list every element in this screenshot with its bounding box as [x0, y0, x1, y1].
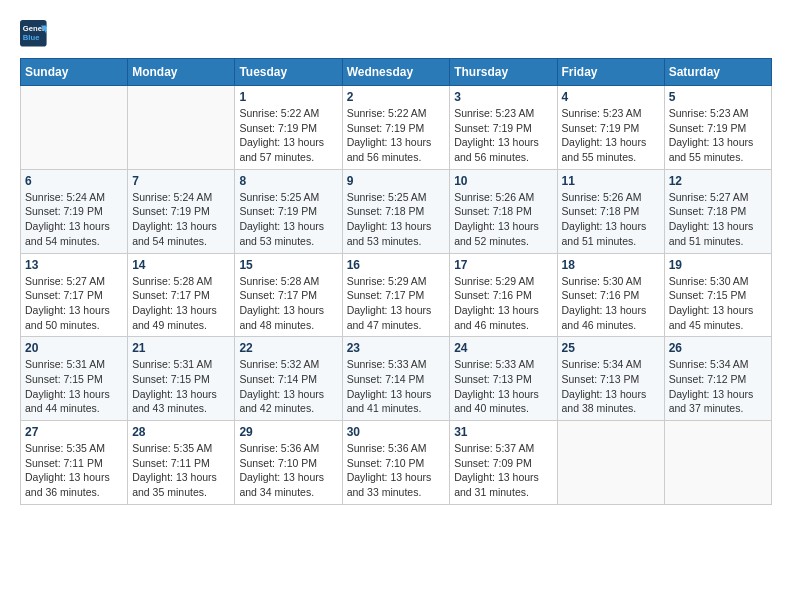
header-friday: Friday — [557, 59, 664, 86]
day-info: Sunrise: 5:22 AM Sunset: 7:19 PM Dayligh… — [347, 106, 446, 165]
day-number: 9 — [347, 174, 446, 188]
week-row-2: 6Sunrise: 5:24 AM Sunset: 7:19 PM Daylig… — [21, 169, 772, 253]
calendar-cell: 19Sunrise: 5:30 AM Sunset: 7:15 PM Dayli… — [664, 253, 771, 337]
calendar-cell — [21, 86, 128, 170]
day-number: 8 — [239, 174, 337, 188]
calendar-cell: 11Sunrise: 5:26 AM Sunset: 7:18 PM Dayli… — [557, 169, 664, 253]
header-thursday: Thursday — [450, 59, 557, 86]
day-number: 7 — [132, 174, 230, 188]
calendar-cell: 4Sunrise: 5:23 AM Sunset: 7:19 PM Daylig… — [557, 86, 664, 170]
day-info: Sunrise: 5:24 AM Sunset: 7:19 PM Dayligh… — [25, 190, 123, 249]
day-info: Sunrise: 5:29 AM Sunset: 7:17 PM Dayligh… — [347, 274, 446, 333]
header-sunday: Sunday — [21, 59, 128, 86]
calendar-cell — [557, 421, 664, 505]
calendar-cell: 15Sunrise: 5:28 AM Sunset: 7:17 PM Dayli… — [235, 253, 342, 337]
day-number: 28 — [132, 425, 230, 439]
day-info: Sunrise: 5:26 AM Sunset: 7:18 PM Dayligh… — [562, 190, 660, 249]
day-info: Sunrise: 5:31 AM Sunset: 7:15 PM Dayligh… — [132, 357, 230, 416]
day-info: Sunrise: 5:32 AM Sunset: 7:14 PM Dayligh… — [239, 357, 337, 416]
calendar-cell: 2Sunrise: 5:22 AM Sunset: 7:19 PM Daylig… — [342, 86, 450, 170]
calendar-cell: 3Sunrise: 5:23 AM Sunset: 7:19 PM Daylig… — [450, 86, 557, 170]
calendar-header-row: SundayMondayTuesdayWednesdayThursdayFrid… — [21, 59, 772, 86]
calendar-cell: 17Sunrise: 5:29 AM Sunset: 7:16 PM Dayli… — [450, 253, 557, 337]
day-number: 20 — [25, 341, 123, 355]
day-number: 25 — [562, 341, 660, 355]
calendar: SundayMondayTuesdayWednesdayThursdayFrid… — [20, 58, 772, 505]
day-number: 27 — [25, 425, 123, 439]
day-info: Sunrise: 5:26 AM Sunset: 7:18 PM Dayligh… — [454, 190, 552, 249]
day-info: Sunrise: 5:34 AM Sunset: 7:13 PM Dayligh… — [562, 357, 660, 416]
calendar-cell: 14Sunrise: 5:28 AM Sunset: 7:17 PM Dayli… — [128, 253, 235, 337]
day-info: Sunrise: 5:31 AM Sunset: 7:15 PM Dayligh… — [25, 357, 123, 416]
calendar-cell — [128, 86, 235, 170]
day-number: 26 — [669, 341, 767, 355]
day-info: Sunrise: 5:33 AM Sunset: 7:13 PM Dayligh… — [454, 357, 552, 416]
calendar-cell: 18Sunrise: 5:30 AM Sunset: 7:16 PM Dayli… — [557, 253, 664, 337]
svg-text:Blue: Blue — [23, 33, 40, 42]
header-wednesday: Wednesday — [342, 59, 450, 86]
week-row-1: 1Sunrise: 5:22 AM Sunset: 7:19 PM Daylig… — [21, 86, 772, 170]
calendar-cell: 1Sunrise: 5:22 AM Sunset: 7:19 PM Daylig… — [235, 86, 342, 170]
day-number: 15 — [239, 258, 337, 272]
day-info: Sunrise: 5:36 AM Sunset: 7:10 PM Dayligh… — [347, 441, 446, 500]
day-number: 29 — [239, 425, 337, 439]
day-info: Sunrise: 5:34 AM Sunset: 7:12 PM Dayligh… — [669, 357, 767, 416]
day-info: Sunrise: 5:25 AM Sunset: 7:18 PM Dayligh… — [347, 190, 446, 249]
day-number: 13 — [25, 258, 123, 272]
day-info: Sunrise: 5:25 AM Sunset: 7:19 PM Dayligh… — [239, 190, 337, 249]
calendar-cell: 13Sunrise: 5:27 AM Sunset: 7:17 PM Dayli… — [21, 253, 128, 337]
day-info: Sunrise: 5:30 AM Sunset: 7:16 PM Dayligh… — [562, 274, 660, 333]
day-number: 12 — [669, 174, 767, 188]
day-number: 19 — [669, 258, 767, 272]
calendar-cell: 21Sunrise: 5:31 AM Sunset: 7:15 PM Dayli… — [128, 337, 235, 421]
day-number: 1 — [239, 90, 337, 104]
day-number: 17 — [454, 258, 552, 272]
calendar-cell: 6Sunrise: 5:24 AM Sunset: 7:19 PM Daylig… — [21, 169, 128, 253]
day-number: 23 — [347, 341, 446, 355]
logo: General Blue — [20, 20, 52, 48]
day-number: 14 — [132, 258, 230, 272]
day-number: 5 — [669, 90, 767, 104]
day-info: Sunrise: 5:33 AM Sunset: 7:14 PM Dayligh… — [347, 357, 446, 416]
calendar-cell: 22Sunrise: 5:32 AM Sunset: 7:14 PM Dayli… — [235, 337, 342, 421]
week-row-5: 27Sunrise: 5:35 AM Sunset: 7:11 PM Dayli… — [21, 421, 772, 505]
day-number: 4 — [562, 90, 660, 104]
day-info: Sunrise: 5:22 AM Sunset: 7:19 PM Dayligh… — [239, 106, 337, 165]
day-number: 30 — [347, 425, 446, 439]
day-info: Sunrise: 5:24 AM Sunset: 7:19 PM Dayligh… — [132, 190, 230, 249]
day-info: Sunrise: 5:30 AM Sunset: 7:15 PM Dayligh… — [669, 274, 767, 333]
calendar-cell: 28Sunrise: 5:35 AM Sunset: 7:11 PM Dayli… — [128, 421, 235, 505]
day-number: 6 — [25, 174, 123, 188]
day-info: Sunrise: 5:23 AM Sunset: 7:19 PM Dayligh… — [669, 106, 767, 165]
day-number: 2 — [347, 90, 446, 104]
calendar-cell — [664, 421, 771, 505]
header-monday: Monday — [128, 59, 235, 86]
calendar-cell: 8Sunrise: 5:25 AM Sunset: 7:19 PM Daylig… — [235, 169, 342, 253]
day-info: Sunrise: 5:23 AM Sunset: 7:19 PM Dayligh… — [562, 106, 660, 165]
header-tuesday: Tuesday — [235, 59, 342, 86]
calendar-cell: 10Sunrise: 5:26 AM Sunset: 7:18 PM Dayli… — [450, 169, 557, 253]
day-info: Sunrise: 5:28 AM Sunset: 7:17 PM Dayligh… — [132, 274, 230, 333]
day-number: 22 — [239, 341, 337, 355]
logo-icon: General Blue — [20, 20, 48, 48]
day-info: Sunrise: 5:23 AM Sunset: 7:19 PM Dayligh… — [454, 106, 552, 165]
day-number: 16 — [347, 258, 446, 272]
week-row-4: 20Sunrise: 5:31 AM Sunset: 7:15 PM Dayli… — [21, 337, 772, 421]
calendar-cell: 7Sunrise: 5:24 AM Sunset: 7:19 PM Daylig… — [128, 169, 235, 253]
calendar-cell: 5Sunrise: 5:23 AM Sunset: 7:19 PM Daylig… — [664, 86, 771, 170]
week-row-3: 13Sunrise: 5:27 AM Sunset: 7:17 PM Dayli… — [21, 253, 772, 337]
day-info: Sunrise: 5:29 AM Sunset: 7:16 PM Dayligh… — [454, 274, 552, 333]
day-number: 18 — [562, 258, 660, 272]
day-info: Sunrise: 5:27 AM Sunset: 7:18 PM Dayligh… — [669, 190, 767, 249]
calendar-cell: 31Sunrise: 5:37 AM Sunset: 7:09 PM Dayli… — [450, 421, 557, 505]
calendar-cell: 25Sunrise: 5:34 AM Sunset: 7:13 PM Dayli… — [557, 337, 664, 421]
calendar-cell: 29Sunrise: 5:36 AM Sunset: 7:10 PM Dayli… — [235, 421, 342, 505]
header-saturday: Saturday — [664, 59, 771, 86]
day-number: 24 — [454, 341, 552, 355]
calendar-cell: 16Sunrise: 5:29 AM Sunset: 7:17 PM Dayli… — [342, 253, 450, 337]
day-number: 3 — [454, 90, 552, 104]
calendar-cell: 12Sunrise: 5:27 AM Sunset: 7:18 PM Dayli… — [664, 169, 771, 253]
day-number: 10 — [454, 174, 552, 188]
day-number: 11 — [562, 174, 660, 188]
day-number: 31 — [454, 425, 552, 439]
